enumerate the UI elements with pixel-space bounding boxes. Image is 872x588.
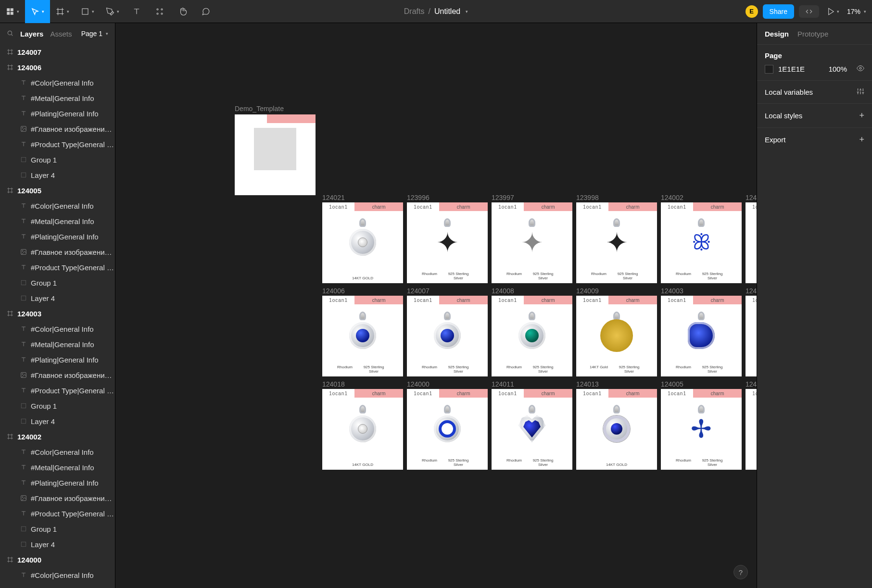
- layer-row[interactable]: #Product Type|General Info: [0, 137, 115, 152]
- layer-row[interactable]: #Product Type|General Info: [0, 383, 115, 398]
- product-card[interactable]: 1ocan1charm14KT Gold925 Sterling Silver: [576, 296, 657, 376]
- layer-row[interactable]: 124000: [0, 552, 115, 567]
- frame-label[interactable]: 124015: [746, 194, 757, 201]
- product-card[interactable]: 1ocan1charm14KT GOLD: [576, 389, 657, 470]
- canvas-frame[interactable]: 1240171ocan1charm14KT GOLD: [746, 380, 757, 470]
- product-card[interactable]: 1ocan1charmRhodium925 Sterling Silver: [661, 202, 742, 283]
- frame-label[interactable]: 124003: [661, 287, 742, 295]
- tab-design[interactable]: Design: [765, 30, 789, 38]
- move-tool-button[interactable]: ▾: [25, 0, 50, 23]
- tab-layers[interactable]: Layers: [20, 30, 43, 38]
- layer-row[interactable]: #Главное изображение|Gen...: [0, 367, 115, 383]
- layer-row[interactable]: #Product Type|General Info: [0, 506, 115, 521]
- layer-row[interactable]: 124003: [0, 306, 115, 321]
- product-card[interactable]: 1ocan1charmRhodium925 Sterling Silver: [407, 202, 488, 283]
- layer-row[interactable]: #Color|General Info: [0, 75, 115, 90]
- eye-icon[interactable]: [857, 64, 864, 74]
- layer-row[interactable]: #Metal|General Info: [0, 213, 115, 229]
- layer-row[interactable]: #Color|General Info: [0, 444, 115, 460]
- layer-row[interactable]: Group 1: [0, 152, 115, 167]
- canvas-frame[interactable]: 1240111ocan1charmRhodium925 Sterling Sil…: [492, 380, 572, 470]
- plus-icon[interactable]: +: [859, 111, 864, 121]
- canvas-frame[interactable]: 1240071ocan1charmRhodium925 Sterling Sil…: [407, 287, 488, 376]
- canvas-frame[interactable]: 1240081ocan1charmRhodium925 Sterling Sil…: [492, 287, 572, 376]
- layer-row[interactable]: 124005: [0, 183, 115, 198]
- frame-tool-button[interactable]: ▾: [50, 0, 75, 23]
- frame-label[interactable]: 124011: [492, 380, 572, 388]
- layer-row[interactable]: Layer 4: [0, 167, 115, 183]
- canvas-frame[interactable]: 1240131ocan1charm14KT GOLD: [576, 380, 657, 470]
- frame-label[interactable]: 124016: [746, 287, 757, 295]
- canvas-frame[interactable]: 1239971ocan1charmRhodium925 Sterling Sil…: [492, 194, 572, 283]
- layer-row[interactable]: 124002: [0, 429, 115, 444]
- product-card[interactable]: 1ocan1charmRhodium925 Sterling Silver: [322, 296, 403, 376]
- layer-row[interactable]: #Metal|General Info: [0, 583, 115, 588]
- layer-row[interactable]: #Plating|General Info: [0, 106, 115, 121]
- share-button[interactable]: Share: [763, 4, 794, 19]
- canvas-frame[interactable]: 1240211ocan1charm14KT GOLD: [322, 194, 403, 283]
- product-card[interactable]: 1ocan1charm14KT GOLD: [746, 296, 757, 376]
- layer-row[interactable]: #Главное изображение|Gen...: [0, 244, 115, 260]
- frame-label[interactable]: 123996: [407, 194, 488, 201]
- layer-row[interactable]: #Plating|General Info: [0, 475, 115, 490]
- layer-row[interactable]: Layer 4: [0, 537, 115, 552]
- bg-opacity[interactable]: 100%: [829, 65, 847, 73]
- product-card[interactable]: 1ocan1charm14KT GOLD: [322, 389, 403, 470]
- layer-row[interactable]: #Metal|General Info: [0, 90, 115, 106]
- product-card[interactable]: 1ocan1charmRhodium925 Sterling Silver: [661, 296, 742, 376]
- frame-label[interactable]: 124006: [322, 287, 403, 295]
- layer-row[interactable]: Group 1: [0, 275, 115, 290]
- canvas-frame[interactable]: 1240161ocan1charm14KT GOLD: [746, 287, 757, 376]
- canvas-frame[interactable]: 1240051ocan1charmRhodium925 Sterling Sil…: [661, 380, 742, 470]
- frame-label[interactable]: 124000: [407, 380, 488, 388]
- plus-icon[interactable]: +: [859, 135, 864, 145]
- main-menu-button[interactable]: ▾: [0, 0, 25, 23]
- layer-row[interactable]: #Главное изображение|Gen...: [0, 490, 115, 506]
- layer-row[interactable]: #Plating|General Info: [0, 352, 115, 367]
- breadcrumb-root[interactable]: Drafts: [404, 7, 425, 16]
- frame-label[interactable]: 124005: [661, 380, 742, 388]
- layer-row[interactable]: #Главное изображение|Gen...: [0, 121, 115, 137]
- canvas-frame[interactable]: 1240021ocan1charmRhodium925 Sterling Sil…: [661, 194, 742, 283]
- frame-label[interactable]: 123997: [492, 194, 572, 201]
- present-button[interactable]: ▾: [824, 0, 842, 23]
- local-variables-section[interactable]: Local variables: [757, 80, 872, 103]
- tab-prototype[interactable]: Prototype: [797, 30, 828, 38]
- layer-row[interactable]: Layer 4: [0, 290, 115, 306]
- frame-label[interactable]: 124018: [322, 380, 403, 388]
- page-selector[interactable]: Page 1 ▾: [81, 30, 108, 38]
- local-styles-section[interactable]: Local styles +: [757, 103, 872, 127]
- layer-row[interactable]: 124007: [0, 44, 115, 60]
- product-card[interactable]: 1ocan1charmRhodium925 Sterling Silver: [492, 202, 572, 283]
- product-card[interactable]: 1ocan1charmRhodium925 Sterling Silver: [492, 389, 572, 470]
- bg-hex[interactable]: 1E1E1E: [778, 65, 805, 73]
- color-swatch[interactable]: [765, 65, 773, 74]
- frame-label[interactable]: Demo_Template: [235, 105, 316, 113]
- frame-label[interactable]: 124013: [576, 380, 657, 388]
- hand-tool-button[interactable]: [171, 0, 194, 23]
- layer-row[interactable]: Group 1: [0, 398, 115, 413]
- layer-row[interactable]: #Metal|General Info: [0, 460, 115, 475]
- layer-row[interactable]: #Metal|General Info: [0, 337, 115, 352]
- product-card[interactable]: 1ocan1charmRhodium925 Sterling Silver: [407, 296, 488, 376]
- background-row[interactable]: 1E1E1E 100%: [765, 64, 864, 74]
- canvas-frame[interactable]: 1240181ocan1charm14KT GOLD: [322, 380, 403, 470]
- pen-tool-button[interactable]: ▾: [100, 0, 125, 23]
- product-card[interactable]: 1ocan1charmRhodium925 Sterling Silver: [492, 296, 572, 376]
- canvas-frame[interactable]: 1240031ocan1charmRhodium925 Sterling Sil…: [661, 287, 742, 376]
- product-card[interactable]: 1ocan1charm14KT GOLD: [322, 202, 403, 283]
- frame-label[interactable]: 124009: [576, 287, 657, 295]
- file-name[interactable]: Untitled: [434, 7, 460, 16]
- canvas-frame[interactable]: 1240151ocan1charm14KT GOLD: [746, 194, 757, 283]
- layer-row[interactable]: Layer 4: [0, 413, 115, 429]
- canvas-frame[interactable]: 1239981ocan1charmRhodium925 Sterling Sil…: [576, 194, 657, 283]
- layer-row[interactable]: #Color|General Info: [0, 567, 115, 583]
- canvas-frame-demo[interactable]: Demo_Template: [235, 105, 316, 195]
- chevron-down-icon[interactable]: ▾: [466, 9, 468, 14]
- canvas-frame[interactable]: 1240091ocan1charm14KT Gold925 Sterling S…: [576, 287, 657, 376]
- frame-label[interactable]: 124021: [322, 194, 403, 201]
- layer-row[interactable]: Group 1: [0, 521, 115, 537]
- zoom-control[interactable]: 17% ▾: [847, 8, 866, 15]
- demo-card[interactable]: [235, 114, 316, 195]
- layer-row[interactable]: #Plating|General Info: [0, 229, 115, 244]
